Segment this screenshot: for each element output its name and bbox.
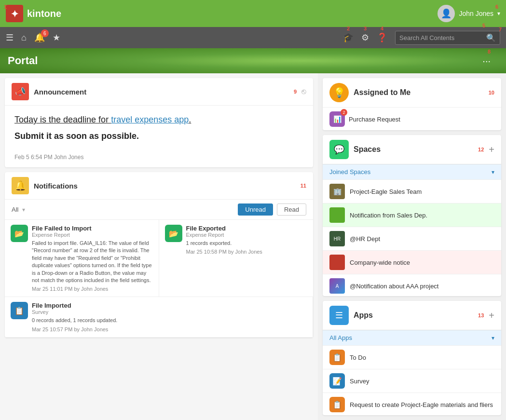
assigned-header: 💡 Assigned to Me 10: [323, 78, 501, 107]
space-thumbnail: [329, 255, 345, 270]
announcement-body: Today is the deadline for travel expense…: [5, 106, 313, 149]
right-panel: 💡 Assigned to Me 10 📊 2 Purchase Request…: [318, 73, 506, 420]
joined-spaces-label: Joined Spaces: [329, 168, 492, 176]
app-thumbnail: 📋: [329, 350, 345, 365]
app-name: Request to create Project-Eagle material…: [350, 401, 493, 408]
apps-card: ☰ Apps 13 + All Apps ▾ 📋 To Do 📝 Survey …: [323, 301, 501, 415]
announcement-footer: Feb 5 6:54 PM John Jones: [5, 149, 313, 167]
notification-icon[interactable]: 🔔 6: [34, 32, 45, 43]
notif-app-icon: 📂: [165, 225, 182, 242]
assigned-title: Assigned to Me: [354, 88, 482, 97]
notif-body: 1 records exported.: [186, 240, 308, 247]
more-options-icon[interactable]: ··· 8: [482, 55, 491, 67]
space-name: Company-wide notice: [350, 259, 410, 266]
filter-arrow-icon: ▾: [22, 206, 25, 213]
announcement-icon: 📣: [12, 83, 29, 100]
apps-header: ☰ Apps 13 +: [323, 301, 501, 330]
edit-icon[interactable]: ⎋: [301, 87, 306, 96]
learn-icon[interactable]: 🎓 2: [343, 32, 354, 43]
space-thumbnail: 🏢: [329, 184, 345, 199]
list-item[interactable]: 📋 To Do: [323, 345, 501, 369]
announcement-title: Announcement: [34, 88, 287, 96]
user-info[interactable]: 👤 John Jones ▾: [438, 5, 500, 22]
search-input[interactable]: [399, 34, 486, 41]
spaces-header: 💬 Spaces 12 +: [323, 135, 501, 164]
ref-label-5: 5: [482, 23, 485, 28]
ref-label-6: 6: [495, 4, 498, 10]
space-thumbnail: HR: [329, 231, 345, 246]
notification-badge: 6: [41, 29, 49, 37]
spaces-title: Spaces: [354, 145, 471, 154]
spaces-card: 💬 Spaces 12 + Joined Spaces ▾ 🏢 Project-…: [323, 135, 501, 296]
app-name: To Do: [350, 354, 366, 361]
announcement-header: 📣 Announcement 9 ⎋: [5, 78, 313, 106]
space-name: Notification from Sales Dep.: [350, 212, 427, 219]
notif-body: 0 records added, 1 records updated.: [32, 317, 307, 324]
app-title: kintone: [27, 8, 61, 19]
joined-spaces-toggle[interactable]: Joined Spaces ▾: [323, 164, 501, 179]
notif-time: Mar 25 10:57 PM by John Jones: [32, 326, 307, 332]
notifications-title: Notifications: [34, 182, 294, 190]
ref-label-1: 1: [4, 4, 7, 10]
avatar: 👤: [438, 5, 455, 22]
notif-title: File Failed to Import: [32, 225, 153, 232]
notif-time: Mar 25 10:58 PM by John Jones: [186, 249, 308, 255]
list-item: 📂 File Exported Expense Report 1 records…: [159, 220, 314, 297]
notif-body: Failed to import file. GAIA_IL16: The va…: [32, 240, 153, 284]
chevron-down-icon: ▾: [492, 169, 494, 176]
announcement-text-line1: Today is the deadline for: [14, 115, 111, 124]
space-name: @Notification about AAA project: [350, 283, 438, 290]
chevron-down-icon: ▾: [492, 335, 494, 341]
list-item[interactable]: 📝 Survey: [323, 369, 501, 393]
portal-title: Portal: [8, 54, 38, 67]
assigned-badge: 2: [341, 109, 347, 116]
assigned-item[interactable]: 📊 2 Purchase Request: [323, 107, 501, 130]
all-apps-label: All Apps: [329, 334, 492, 341]
add-space-button[interactable]: +: [489, 144, 494, 155]
notif-item-content: File Imported Survey 0 records added, 1 …: [32, 302, 307, 332]
announcement-text-end: .: [189, 115, 191, 124]
assigned-app-icon: 📊 2: [329, 111, 345, 127]
list-item[interactable]: 🏢 Project-Eagle Sales Team: [323, 179, 501, 203]
toolbar-right: 🎓 2 ⚙ 3 ❓ 4 5 🔍 7: [343, 31, 500, 45]
notif-time: Mar 25 11:01 PM by John Jones: [32, 286, 153, 292]
settings-icon[interactable]: ⚙ 3: [361, 32, 369, 43]
header-logo: ✦ kintone: [6, 5, 438, 22]
favorites-icon[interactable]: ★: [53, 32, 60, 43]
all-apps-toggle[interactable]: All Apps ▾: [323, 330, 501, 345]
assigned-to-me-card: 💡 Assigned to Me 10 📊 2 Purchase Request: [323, 78, 501, 130]
announcement-link[interactable]: travel expenses app: [111, 115, 189, 124]
announcement-text2: Submit it as soon as possible.: [14, 131, 303, 141]
ref-label-4: 4: [381, 26, 383, 31]
assigned-icon: 💡: [329, 83, 349, 102]
ref-label-11: 11: [301, 183, 306, 189]
help-icon[interactable]: ❓ 4: [377, 32, 387, 43]
announcement-text: Today is the deadline for travel expense…: [14, 113, 303, 126]
add-app-button[interactable]: +: [489, 310, 494, 321]
notifications-filter: All ▾ Unread Read: [5, 200, 313, 220]
search-icon[interactable]: 🔍 7: [486, 33, 496, 42]
list-item[interactable]: A @Notification about AAA project: [323, 274, 501, 296]
search-box: 5 🔍 7: [395, 31, 500, 45]
kintone-logo-icon: ✦: [6, 5, 23, 22]
notif-subtitle: Expense Report: [32, 232, 153, 238]
chevron-down-icon[interactable]: ▾: [497, 10, 500, 17]
apps-icon: ☰: [329, 306, 349, 325]
list-item[interactable]: HR @HR Dept: [323, 227, 501, 250]
list-item[interactable]: Notification from Sales Dep.: [323, 203, 501, 227]
filter-all[interactable]: All: [12, 206, 18, 213]
notif-item-content: File Exported Expense Report 1 records e…: [186, 225, 308, 292]
list-item[interactable]: Company-wide notice: [323, 250, 501, 274]
notif-title: File Imported: [32, 302, 307, 309]
portal-banner: Portal ··· 8: [0, 48, 506, 73]
home-icon[interactable]: ⌂: [21, 33, 27, 43]
filter-read-button[interactable]: Read: [277, 203, 306, 216]
user-name: John Jones: [459, 10, 493, 17]
app-thumbnail: 📝: [329, 373, 345, 389]
ref-label-2: 2: [347, 26, 350, 31]
ref-label-10: 10: [489, 90, 494, 95]
list-item[interactable]: 📋 Request to create Project-Eagle materi…: [323, 393, 501, 415]
menu-icon[interactable]: ☰: [6, 32, 14, 43]
spaces-icon: 💬: [329, 140, 349, 159]
filter-unread-button[interactable]: Unread: [238, 203, 273, 216]
